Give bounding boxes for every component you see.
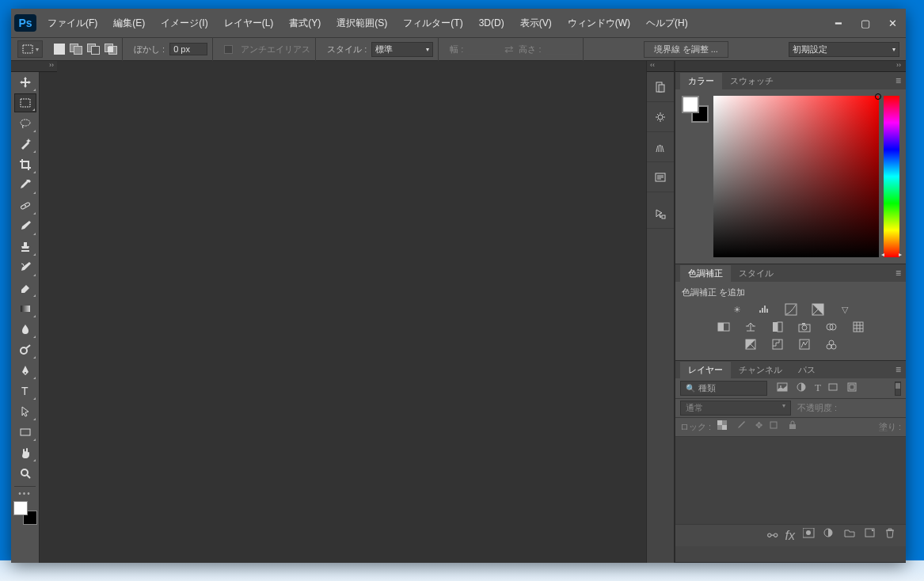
taskbar-app-2[interactable] xyxy=(458,560,640,581)
filter-text-icon[interactable]: T xyxy=(815,382,821,396)
color-panel-menu[interactable]: ≡ xyxy=(895,75,901,86)
panel-fg-swatch[interactable] xyxy=(682,96,699,113)
layer-list[interactable] xyxy=(675,437,906,524)
tool-quick-select[interactable] xyxy=(14,135,36,154)
adj-color-balance-icon[interactable] xyxy=(743,321,759,333)
color-fg-bg-swatch[interactable] xyxy=(13,501,37,525)
tab-adjustments[interactable]: 色調補正 xyxy=(680,265,731,282)
menu-view[interactable]: 表示(V) xyxy=(512,9,560,37)
canvas-area[interactable] xyxy=(40,61,646,563)
adj-invert-icon[interactable] xyxy=(743,338,759,351)
tool-zoom[interactable] xyxy=(14,464,36,483)
select-new-icon[interactable] xyxy=(54,44,65,55)
adj-photo-filter-icon[interactable] xyxy=(797,321,812,333)
workspace-select[interactable]: 初期設定▾ xyxy=(789,42,899,57)
new-adjustment-icon[interactable] xyxy=(823,528,836,544)
tab-layers[interactable]: レイヤー xyxy=(680,362,731,378)
tool-eraser[interactable] xyxy=(14,279,36,298)
fg-color-swatch[interactable] xyxy=(13,501,28,515)
refine-edge-button[interactable]: 境界線 を調整 ... xyxy=(644,41,728,58)
dock-brushes-icon[interactable] xyxy=(647,132,674,162)
link-layers-icon[interactable]: ⚯ xyxy=(767,528,778,543)
hue-slider[interactable]: ◂▸ xyxy=(884,96,899,257)
menu-help[interactable]: ヘルプ(H) xyxy=(638,9,696,37)
tool-brush[interactable] xyxy=(14,217,36,236)
tool-clone[interactable] xyxy=(14,237,36,256)
adj-curves-icon[interactable] xyxy=(783,303,799,316)
tool-eyedropper[interactable] xyxy=(14,176,36,195)
layer-mask-icon[interactable] xyxy=(803,528,816,544)
tool-gradient[interactable] xyxy=(14,299,36,318)
tab-paths[interactable]: パス xyxy=(790,362,823,378)
adj-threshold-icon[interactable] xyxy=(797,338,812,351)
tool-healing[interactable] xyxy=(14,196,36,215)
filter-pixel-icon[interactable] xyxy=(777,382,789,396)
tool-crop[interactable] xyxy=(14,155,36,174)
dock-properties-icon[interactable] xyxy=(647,102,674,132)
menu-layer[interactable]: レイヤー(L) xyxy=(216,9,282,37)
tool-text[interactable]: T xyxy=(14,382,36,401)
new-group-icon[interactable] xyxy=(844,528,857,544)
new-layer-icon[interactable] xyxy=(865,528,877,544)
close-button[interactable]: ✕ xyxy=(879,13,906,33)
adj-posterize-icon[interactable] xyxy=(770,338,785,351)
style-select[interactable]: 標準▾ xyxy=(371,42,433,57)
menu-3d[interactable]: 3D(D) xyxy=(471,9,512,37)
adj-selective-color-icon[interactable] xyxy=(823,338,839,351)
menu-filter[interactable]: フィルター(T) xyxy=(395,9,470,37)
left-tools-expand[interactable]: ›› xyxy=(11,61,57,72)
tab-swatches[interactable]: スウォッチ xyxy=(722,73,781,89)
tool-edit-toolbar[interactable]: ••• xyxy=(11,489,39,498)
menu-image[interactable]: イメージ(I) xyxy=(153,9,215,37)
maximize-button[interactable]: ▢ xyxy=(852,13,879,33)
layers-panel-menu[interactable]: ≡ xyxy=(895,364,901,375)
tool-marquee[interactable] xyxy=(14,93,36,112)
menu-select[interactable]: 選択範囲(S) xyxy=(329,9,395,37)
tool-lasso[interactable] xyxy=(14,114,36,133)
menu-type[interactable]: 書式(Y) xyxy=(281,9,329,37)
menu-file[interactable]: ファイル(F) xyxy=(40,9,105,37)
adj-levels-icon[interactable] xyxy=(756,303,772,316)
adj-hue-icon[interactable] xyxy=(716,321,732,333)
tool-blur[interactable] xyxy=(14,320,36,339)
dock-expand-button[interactable]: ‹‹ xyxy=(647,61,674,72)
adj-color-lookup-icon[interactable] xyxy=(850,321,866,333)
tab-channels[interactable]: チャンネル xyxy=(731,362,790,378)
dock-history-icon[interactable] xyxy=(647,72,674,102)
tool-dodge[interactable] xyxy=(14,340,36,359)
delete-layer-icon[interactable] xyxy=(885,528,898,544)
adjustments-panel-menu[interactable]: ≡ xyxy=(895,268,901,279)
tool-hand[interactable] xyxy=(14,443,36,462)
dock-navigator-icon[interactable] xyxy=(647,199,674,229)
adj-brightness-icon[interactable]: ☀ xyxy=(729,303,745,316)
filter-toggle[interactable] xyxy=(895,382,901,396)
layer-fx-icon[interactable]: fx xyxy=(785,529,795,543)
tool-path-select[interactable] xyxy=(14,402,36,421)
dock-paragraph-icon[interactable] xyxy=(647,162,674,192)
adj-exposure-icon[interactable] xyxy=(810,303,826,316)
layer-filter-select[interactable]: 🔍種類 xyxy=(680,381,767,396)
menu-window[interactable]: ウィンドウ(W) xyxy=(560,9,638,37)
tab-styles[interactable]: スタイル xyxy=(731,265,781,282)
color-field[interactable] xyxy=(713,96,879,257)
select-add-icon[interactable] xyxy=(70,44,82,55)
current-tool-indicator[interactable]: ▾ xyxy=(17,40,43,58)
filter-smart-icon[interactable] xyxy=(846,382,859,396)
color-panel-fgbg[interactable] xyxy=(682,96,709,123)
adj-channel-mixer-icon[interactable] xyxy=(823,321,839,333)
menu-edit[interactable]: 編集(E) xyxy=(105,9,153,37)
filter-shape-icon[interactable] xyxy=(827,382,840,396)
tool-pen[interactable] xyxy=(14,361,36,380)
adj-vibrance-icon[interactable]: ▽ xyxy=(837,303,853,316)
select-subtract-icon[interactable] xyxy=(87,44,100,55)
tab-color[interactable]: カラー xyxy=(680,73,722,89)
filter-adjust-icon[interactable] xyxy=(796,382,808,396)
tool-shape[interactable] xyxy=(14,423,36,442)
tool-history-brush[interactable] xyxy=(14,258,36,277)
select-intersect-icon[interactable] xyxy=(105,44,117,55)
feather-input[interactable]: 0 px xyxy=(169,43,207,55)
panels-expand-button[interactable]: ›› xyxy=(675,61,906,72)
tool-move[interactable] xyxy=(14,73,36,92)
minimize-button[interactable]: ━ xyxy=(825,13,852,33)
adj-bw-icon[interactable] xyxy=(770,321,785,333)
